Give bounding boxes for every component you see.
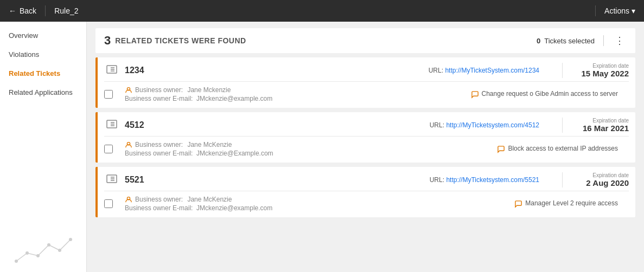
ticket-comment: Block access to external IP addresses [374,145,629,153]
owner-label: Business owner: [135,196,184,203]
back-button[interactable]: ← Back [9,7,36,15]
comment-text: Manager Level 2 require access [525,199,618,207]
ticket-email: Business owner E-mail: JMckenzie@example… [125,204,369,212]
content-area: 3 RELATED TICKETS WERE FOUND 0 Tickets s… [87,22,644,272]
owner-name: Jane McKenzie [187,196,232,203]
ticket-url-area: URL: http://MyTicketsystem.com/5521 [157,176,550,184]
topbar-right: Actions ▾ [595,5,635,16]
topbar: ← Back Rule_2 Actions ▾ [0,0,644,22]
ticket-expiry-area: Expiration date 2 Aug 2020 [575,172,629,187]
ticket-url-link[interactable]: http://MyTicketSystem.com/1234 [445,67,539,74]
ticket-bottom: Business owner: Jane McKenzie Business o… [98,191,635,217]
ticket-icon [104,172,119,187]
ticket-checkbox[interactable] [104,90,113,99]
actions-label: Actions [604,7,629,15]
ticket-card: 1234 URL: http://MyTicketSystem.com/1234… [95,57,635,108]
email-value: JMckenzie@example.com [196,204,272,212]
ticket-icon [104,63,119,78]
ticket-bottom: Business owner: Jane McKenzie Business o… [98,137,635,163]
ticket-top: 4512 URL: http://MyTicketsystem.com/4512… [98,112,635,136]
ticket-separator [562,118,563,133]
ticket-bottom: Business owner: Jane Mckenzie Business o… [98,82,635,108]
sidebar-item-related-applications[interactable]: Related Applications [0,83,86,102]
expiry-date: 15 May 2022 [575,69,629,78]
owner-label: Business owner: [135,86,184,94]
ticket-url-link[interactable]: http://MyTicketsystem.com/4512 [446,121,539,129]
ticket-meta: Business owner: Jane McKenzie Business o… [118,196,369,212]
selected-label: Tickets selected [544,37,595,45]
selected-num: 0 [537,37,540,45]
ticket-id: 4512 [125,120,152,130]
back-label: Back [20,7,36,15]
ticket-top: 5521 URL: http://MyTicketsystem.com/5521… [98,167,635,191]
ticket-checkbox[interactable] [104,199,113,208]
svg-point-4 [58,249,61,252]
ticket-email: Business owner E-mail: JMckenzie@example… [125,95,369,102]
sidebar-item-label: Violations [9,50,39,59]
more-options-button[interactable]: ⋮ [613,34,627,48]
topbar-divider [45,5,46,16]
owner-label: Business owner: [135,141,184,148]
ticket-owner: Business owner: Jane Mckenzie [125,86,369,94]
svg-point-0 [15,260,18,263]
email-label: Business owner E-mail: [125,95,195,102]
ticket-icon [104,118,119,133]
email-value: JMckenzie@Example.com [196,150,273,157]
email-label: Business owner E-mail: [125,204,195,212]
owner-name: Jane Mckenzie [187,86,231,94]
sidebar-item-label: Related Tickets [9,69,60,77]
topbar-left: ← Back Rule_2 [9,5,79,16]
sidebar-item-label: Overview [9,31,38,40]
actions-button[interactable]: Actions ▾ [604,7,635,15]
ticket-url-area: URL: http://MyTicketSystem.com/1234 [157,67,550,74]
expiry-date: 16 Mar 2021 [575,124,629,133]
ticket-id: 5521 [125,175,152,185]
tickets-container: 1234 URL: http://MyTicketSystem.com/1234… [95,57,635,217]
svg-point-1 [25,251,29,255]
comment-text: Change request o Gibe Admin access to se… [482,90,618,98]
ticket-url-label: URL: [430,176,447,184]
header-title: RELATED TICKETS WERE FOUND [115,36,246,45]
ticket-url-area: URL: http://MyTicketsystem.com/4512 [157,121,550,129]
ticket-url-label: URL: [430,121,447,129]
sidebar-item-related-tickets[interactable]: Related Tickets [0,64,86,83]
selected-count: 0 Tickets selected [537,37,595,45]
owner-name: Jane McKenzie [187,141,232,148]
email-label: Business owner E-mail: [125,150,195,157]
ticket-url-link[interactable]: http://MyTicketsystem.com/5521 [446,176,539,184]
sidebar-item-violations[interactable]: Violations [0,45,86,64]
expiry-label: Expiration date [575,118,629,124]
email-value: JMckenzie@example.com [196,95,272,102]
ticket-top: 1234 URL: http://MyTicketSystem.com/1234… [98,57,635,81]
svg-point-5 [69,238,72,241]
rule-title: Rule_2 [54,7,78,15]
ticket-comment: Manager Level 2 require access [374,199,629,208]
ticket-checkbox[interactable] [104,145,113,153]
ticket-expiry-area: Expiration date 15 May 2022 [575,63,629,78]
comment-text: Block access to external IP addresses [508,145,618,152]
svg-point-2 [36,254,40,257]
ticket-separator [562,63,563,78]
expiry-label: Expiration date [575,172,629,178]
ticket-comment: Change request o Gibe Admin access to se… [374,90,629,99]
ticket-id: 1234 [125,66,152,75]
ticket-meta: Business owner: Jane Mckenzie Business o… [118,86,369,102]
header-right: 0 Tickets selected ⋮ [537,34,627,48]
expiry-date: 2 Aug 2020 [575,178,629,187]
ticket-meta: Business owner: Jane McKenzie Business o… [118,141,369,157]
content-header: 3 RELATED TICKETS WERE FOUND 0 Tickets s… [95,28,635,53]
ticket-separator [562,172,563,187]
header-divider [603,35,604,46]
svg-point-3 [47,243,50,247]
ticket-owner: Business owner: Jane McKenzie [125,196,369,203]
sidebar-item-overview[interactable]: Overview [0,26,86,45]
ticket-card: 4512 URL: http://MyTicketsystem.com/4512… [95,112,635,163]
ticket-url-label: URL: [429,67,445,74]
sidebar-item-label: Related Applications [9,88,73,96]
ticket-expiry-area: Expiration date 16 Mar 2021 [575,118,629,133]
back-arrow-icon: ← [9,7,16,15]
sidebar: Overview Violations Related Tickets Rela… [0,22,87,272]
topbar-right-divider [595,5,596,16]
chevron-down-icon: ▾ [632,7,635,15]
ticket-email: Business owner E-mail: JMckenzie@Example… [125,150,369,157]
